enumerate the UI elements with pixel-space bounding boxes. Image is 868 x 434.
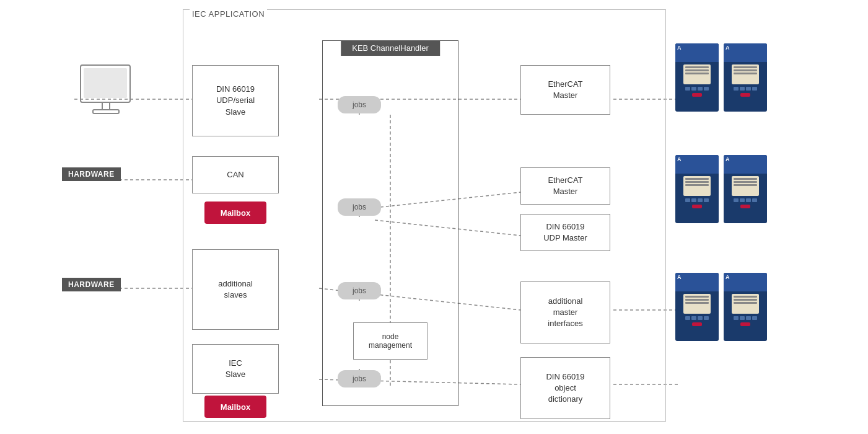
- device-label: A: [726, 156, 730, 162]
- jobs-pill-1[interactable]: jobs: [338, 96, 381, 113]
- ethercat-master-1-box: EtherCATMaster: [520, 65, 610, 115]
- device-group-2: A A: [675, 155, 767, 223]
- additional-slaves-box: additionalslaves: [192, 249, 279, 330]
- mailbox-btn-2[interactable]: Mailbox: [204, 396, 266, 418]
- ethercat-master-2-box: EtherCATMaster: [520, 167, 610, 205]
- jobs-pill-2[interactable]: jobs: [338, 198, 381, 216]
- svg-rect-18: [102, 102, 110, 110]
- device-label: A: [726, 45, 730, 51]
- device-label: A: [726, 274, 730, 280]
- ethercat-master-2-label: EtherCATMaster: [548, 175, 582, 197]
- additional-slaves-label: additionalslaves: [218, 278, 253, 301]
- can-box: CAN: [192, 156, 279, 193]
- device-card-5: A: [675, 273, 719, 341]
- device-group-3: A A: [675, 273, 767, 341]
- can-label: CAN: [227, 169, 243, 180]
- hardware-label-2: HARDWARE: [62, 278, 121, 291]
- device-card-6: A: [724, 273, 767, 341]
- device-card-4: A: [724, 155, 767, 223]
- device-card-2: A: [724, 43, 767, 112]
- din-slave-box: DIN 66019UDP/serialSlave: [192, 65, 279, 136]
- mailbox-btn-1[interactable]: Mailbox: [204, 202, 266, 224]
- svg-rect-19: [93, 110, 119, 113]
- additional-master-label: additionalmasterinterfaces: [548, 296, 582, 330]
- iec-application-label: IEC APPLICATION: [190, 9, 267, 19]
- device-card-1: A: [675, 43, 719, 112]
- diagram-container: { "title": "KEB ChannelHandler Architect…: [0, 0, 868, 434]
- svg-rect-17: [84, 68, 127, 98]
- iec-slave-label: IECSlave: [226, 358, 246, 380]
- keb-handler-label: KEB ChannelHandler: [341, 40, 440, 56]
- iec-slave-box: IECSlave: [192, 344, 279, 394]
- ethercat-master-1-label: EtherCATMaster: [548, 79, 582, 101]
- din-slave-label: DIN 66019UDP/serialSlave: [216, 84, 255, 118]
- additional-master-box: additionalmasterinterfaces: [520, 281, 610, 343]
- device-label: A: [677, 45, 682, 51]
- node-management-box: nodemanagement: [353, 322, 427, 360]
- din-udp-master-box: DIN 66019UDP Master: [520, 214, 610, 251]
- device-label: A: [677, 156, 682, 162]
- device-label: A: [677, 274, 682, 280]
- device-group-1: A A: [675, 43, 767, 112]
- computer-icon: [74, 62, 142, 118]
- hardware-label-1: HARDWARE: [62, 167, 121, 181]
- jobs-pill-3[interactable]: jobs: [338, 282, 381, 299]
- din-udp-master-label: DIN 66019UDP Master: [543, 221, 587, 244]
- din-object-dict-label: DIN 66019objectdictionary: [546, 371, 584, 405]
- jobs-pill-4[interactable]: jobs: [338, 370, 381, 388]
- din-object-dict-box: DIN 66019objectdictionary: [520, 357, 610, 419]
- device-card-3: A: [675, 155, 719, 223]
- node-management-label: nodemanagement: [369, 332, 412, 350]
